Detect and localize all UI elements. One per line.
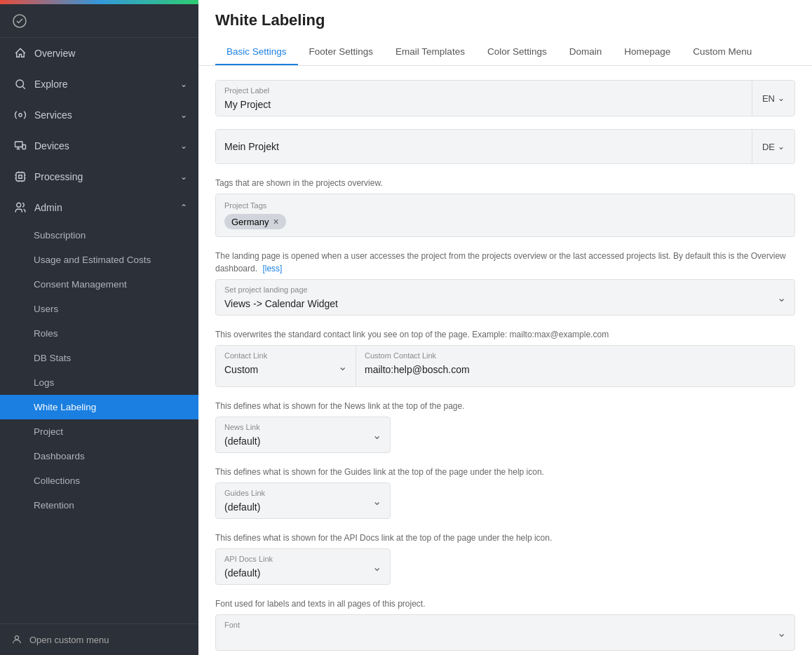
font-chevron-icon: ⌄ [777, 626, 786, 640]
tabs-bar: Basic Settings Footer Settings Email Tem… [215, 39, 795, 65]
news-link-group: This defines what is shown for the News … [215, 400, 795, 453]
landing-page-less-link[interactable]: [less] [262, 264, 282, 274]
api-docs-link-select[interactable]: API Docs Link (default) ⌄ [215, 548, 391, 585]
tab-color-settings[interactable]: Color Settings [476, 39, 558, 65]
sidebar-item-roles[interactable]: Roles [0, 321, 198, 346]
landing-page-helper-content: The landing page is opened when a user a… [215, 251, 786, 274]
sidebar-item-project[interactable]: Project [0, 419, 198, 444]
custom-contact-field-label: Custom Contact Link [365, 351, 436, 360]
page-title: White Labeling [215, 11, 795, 29]
svg-rect-4 [22, 145, 26, 149]
landing-page-helper-text: The landing page is opened when a user a… [215, 250, 795, 275]
admin-chevron-icon: ⌃ [180, 203, 187, 212]
project-label-en-input[interactable] [216, 81, 752, 116]
landing-page-group: The landing page is opened when a user a… [215, 250, 795, 316]
api-docs-link-select-label: API Docs Link [224, 555, 273, 563]
guides-link-chevron-icon: ⌄ [372, 494, 381, 508]
processing-chevron-icon: ⌄ [180, 172, 187, 182]
tags-field-label: Project Tags [224, 201, 786, 210]
sidebar-item-processing[interactable]: Processing ⌄ [0, 161, 198, 192]
devices-chevron-icon: ⌄ [180, 141, 187, 151]
project-label-de-input[interactable] [216, 130, 752, 163]
sidebar-item-services[interactable]: Services ⌄ [0, 100, 198, 130]
tag-germany: Germany × [224, 214, 286, 229]
sidebar-item-admin-label: Admin [34, 202, 173, 213]
sidebar-item-dashboards[interactable]: Dashboards [0, 444, 198, 468]
open-custom-menu-label: Open custom menu [29, 635, 109, 645]
sidebar: Overview Explore ⌄ Services ⌄ Devices ⌄ [0, 0, 198, 655]
custom-contact-input-wrapper: Custom Contact Link [356, 346, 794, 386]
sidebar-item-logs[interactable]: Logs [0, 370, 198, 395]
contact-link-row: Contact Link Custom ⌄ Custom Contact Lin… [215, 345, 795, 387]
tab-custom-menu[interactable]: Custom Menu [682, 39, 763, 65]
font-group: Font used for labels and texts in all pa… [215, 597, 795, 651]
sidebar-item-services-label: Services [34, 109, 173, 121]
news-link-select[interactable]: News Link (default) ⌄ [215, 417, 391, 453]
tags-wrapper: Project Tags Germany × [215, 194, 795, 237]
landing-page-select[interactable]: Set project landing page Views -> Calend… [215, 279, 795, 316]
contact-link-chevron-icon: ⌄ [338, 360, 347, 373]
font-select[interactable]: Font ⌄ [215, 614, 795, 651]
sidebar-item-subscription[interactable]: Subscription [0, 223, 198, 248]
api-docs-link-group: This defines what is shown for the API D… [215, 532, 795, 585]
project-tags-group: Tags that are shown in the projects over… [215, 177, 795, 237]
open-custom-menu-button[interactable]: Open custom menu [0, 623, 198, 655]
explore-chevron-icon: ⌄ [180, 79, 187, 89]
svg-point-1 [16, 80, 24, 88]
sidebar-item-overview-label: Overview [34, 48, 187, 59]
sidebar-item-consent[interactable]: Consent Management [0, 272, 198, 297]
devices-icon [13, 139, 27, 153]
sidebar-item-retention[interactable]: Retention [0, 493, 198, 518]
lang-de-label: DE [762, 142, 775, 152]
home-icon [13, 46, 27, 60]
tab-domain[interactable]: Domain [558, 39, 614, 65]
landing-page-select-label: Set project landing page [224, 285, 308, 294]
admin-icon [13, 201, 27, 215]
api-docs-link-chevron-icon: ⌄ [372, 560, 381, 574]
project-label-en-field-label: Project Label [224, 86, 269, 95]
services-icon [13, 108, 27, 122]
news-link-select-label: News Link [224, 423, 260, 431]
sidebar-logo [0, 4, 198, 38]
sidebar-item-usage[interactable]: Usage and Estimated Costs [0, 248, 198, 272]
tags-helper-text: Tags that are shown in the projects over… [215, 177, 795, 189]
language-select-en[interactable]: EN ⌄ [752, 81, 794, 116]
svg-point-6 [17, 203, 21, 207]
sidebar-item-explore-label: Explore [34, 79, 173, 90]
search-icon [13, 77, 27, 91]
tab-email-templates[interactable]: Email Templates [384, 39, 476, 65]
sidebar-item-devices[interactable]: Devices ⌄ [0, 130, 198, 161]
sidebar-item-explore[interactable]: Explore ⌄ [0, 69, 198, 100]
font-select-value [216, 629, 794, 650]
person-icon [11, 634, 22, 645]
tab-footer-settings[interactable]: Footer Settings [298, 39, 385, 65]
sidebar-item-db-stats[interactable]: DB Stats [0, 346, 198, 370]
project-label-de-row: DE ⌄ [215, 129, 795, 164]
guides-link-select-label: Guides Link [224, 489, 265, 497]
sidebar-item-processing-label: Processing [34, 171, 173, 182]
contact-link-field-label: Contact Link [224, 351, 267, 360]
contact-link-select[interactable]: Contact Link Custom ⌄ [216, 346, 356, 386]
sidebar-item-users[interactable]: Users [0, 297, 198, 321]
svg-rect-5 [16, 173, 25, 181]
sidebar-item-white-labeling[interactable]: White Labeling [0, 395, 198, 419]
sidebar-item-admin[interactable]: Admin ⌃ [0, 192, 198, 223]
guides-link-select[interactable]: Guides Link (default) ⌄ [215, 482, 391, 519]
tab-homepage[interactable]: Homepage [613, 39, 682, 65]
sidebar-item-collections[interactable]: Collections [0, 468, 198, 493]
tab-basic-settings[interactable]: Basic Settings [215, 39, 298, 65]
sidebar-item-devices-label: Devices [34, 140, 173, 151]
svg-rect-3 [15, 142, 23, 147]
lang-en-chevron-icon: ⌄ [778, 93, 785, 103]
language-select-de[interactable]: DE ⌄ [752, 130, 794, 163]
news-link-helper-text: This defines what is shown for the News … [215, 400, 795, 412]
sidebar-item-overview[interactable]: Overview [0, 38, 198, 69]
tag-germany-remove-button[interactable]: × [273, 216, 278, 227]
project-label-en-group: Project Label EN ⌄ [215, 80, 795, 116]
content-area: Project Label EN ⌄ DE ⌄ [198, 66, 812, 655]
processing-icon [13, 170, 27, 184]
logo-icon [11, 13, 28, 29]
project-label-de-group: DE ⌄ [215, 129, 795, 164]
sidebar-nav: Overview Explore ⌄ Services ⌄ Devices ⌄ [0, 38, 198, 623]
lang-en-label: EN [762, 93, 775, 104]
